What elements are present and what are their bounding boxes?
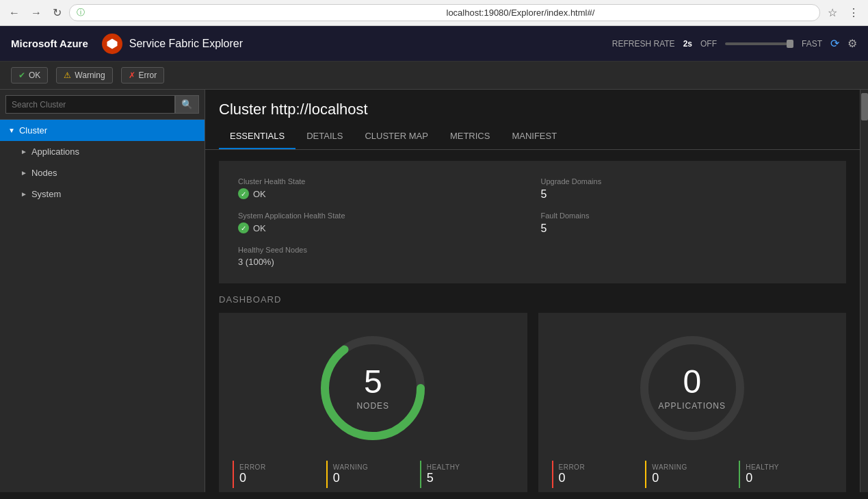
sidebar-item-cluster[interactable]: ▼ Cluster (0, 120, 205, 141)
error-icon: ✗ (129, 71, 135, 80)
app-logo (102, 34, 122, 54)
menu-button[interactable]: ⋮ (845, 5, 863, 21)
sidebar-item-applications[interactable]: ► Applications (0, 141, 205, 162)
warning-filter-button[interactable]: ⚠ Warning (56, 67, 112, 84)
refresh-icon[interactable]: ⟳ (830, 37, 839, 50)
ok-circle-icon-2: ✓ (238, 222, 249, 233)
nodes-card: 5 NODES ERROR 0 WARNING 0 (219, 313, 527, 492)
nodes-warning-stat: WARNING 0 (326, 461, 420, 488)
filter-bar: ✔ OK ⚠ Warning ✗ Error (0, 62, 868, 90)
cluster-url: http://localhost (271, 101, 368, 118)
healthy-seed-value: 3 (100%) (238, 257, 525, 267)
applications-label: Applications (31, 146, 79, 157)
ok-circle-icon: ✓ (238, 188, 249, 199)
top-nav: Microsoft Azure Service Fabric Explorer … (0, 26, 868, 62)
apps-warning-label: WARNING (652, 463, 733, 471)
chevron-right-icon: ► (21, 169, 27, 177)
forward-button[interactable]: → (27, 5, 45, 21)
warning-icon: ⚠ (64, 71, 71, 80)
off-label: OFF (700, 39, 717, 49)
search-box: 🔍 (0, 90, 205, 120)
cluster-header: Cluster http://localhost (205, 90, 860, 118)
ok-filter-button[interactable]: ✔ OK (11, 67, 48, 84)
system-health-value: ✓ OK (238, 222, 525, 233)
apps-healthy-label: HEALTHY (746, 463, 827, 471)
chevron-right-icon: ► (21, 148, 27, 155)
apps-warning-value: 0 (652, 471, 733, 485)
system-label: System (31, 189, 61, 199)
nodes-gauge: 5 NODES (311, 327, 434, 450)
nodes-label: NODES (356, 401, 389, 411)
refresh-rate-value: 2s (683, 39, 692, 49)
ok-check-icon: ✔ (18, 71, 25, 80)
fault-domains-value: 5 (541, 222, 828, 235)
upgrade-domains-label: Upgrade Domains (541, 177, 828, 185)
nodes-warning-label: WARNING (333, 463, 415, 471)
tab-essentials[interactable]: ESSENTIALS (219, 124, 295, 149)
nodes-healthy-label: HEALTHY (427, 463, 508, 471)
apps-stats-row: ERROR 0 WARNING 0 HEALTHY 0 (552, 461, 833, 488)
sidebar-item-system[interactable]: ► System (0, 183, 205, 205)
system-health-item: System Application Health State ✓ OK (230, 206, 533, 240)
scrollbar-thumb[interactable] (861, 93, 868, 120)
speed-slider[interactable] (725, 42, 793, 45)
apps-error-value: 0 (559, 471, 640, 485)
chevron-right-icon: ► (21, 190, 27, 198)
error-label: Error (139, 71, 157, 80)
secure-icon: ⓘ (77, 7, 443, 18)
sidebar-item-nodes[interactable]: ► Nodes (0, 162, 205, 183)
vertical-scrollbar[interactable] (860, 90, 868, 492)
app-title: Service Fabric Explorer (129, 38, 243, 50)
tab-cluster-map[interactable]: CLUSTER MAP (354, 124, 438, 149)
app: Microsoft Azure Service Fabric Explorer … (0, 26, 868, 492)
fault-domains-label: Fault Domains (541, 212, 828, 220)
browser-chrome: ← → ↻ ⓘ localhost:19080/Explorer/index.h… (0, 0, 868, 26)
nodes-gauge-center: 5 NODES (356, 366, 389, 411)
healthy-seed-label: Healthy Seed Nodes (238, 246, 525, 254)
apps-healthy-value: 0 (746, 471, 827, 485)
chevron-down-icon: ▼ (8, 127, 15, 134)
essentials-grid: Cluster Health State ✓ OK Upgrade Domain… (219, 161, 846, 283)
sidebar: 🔍 ▼ Cluster ► Applications ► Nodes ► Sys… (0, 90, 205, 492)
tab-metrics[interactable]: METRICS (439, 124, 501, 149)
system-health-label: System Application Health State (238, 212, 525, 220)
cluster-health-item: Cluster Health State ✓ OK (230, 172, 533, 206)
cluster-health-label: Cluster Health State (238, 177, 525, 185)
fast-label: FAST (802, 39, 822, 49)
settings-icon[interactable]: ⚙ (847, 37, 857, 50)
app-title-area: Service Fabric Explorer (102, 34, 243, 54)
apps-number: 0 (659, 366, 726, 398)
nodes-error-label: ERROR (239, 463, 321, 471)
main-content: 🔍 ▼ Cluster ► Applications ► Nodes ► Sys… (0, 90, 868, 492)
nodes-stats-row: ERROR 0 WARNING 0 HEALTHY 5 (233, 461, 514, 488)
right-panel: Cluster http://localhost ESSENTIALS DETA… (205, 90, 860, 492)
address-bar[interactable]: ⓘ localhost:19080/Explorer/index.html#/ (69, 4, 820, 21)
cluster-health-value: ✓ OK (238, 188, 525, 199)
healthy-seed-item: Healthy Seed Nodes 3 (100%) (230, 240, 533, 272)
upgrade-domains-item: Upgrade Domains 5 (533, 172, 836, 206)
dashboard-cards: 5 NODES ERROR 0 WARNING 0 (219, 313, 846, 492)
warning-label: Warning (75, 71, 105, 80)
nodes-error-stat: ERROR 0 (233, 461, 326, 488)
applications-card: 0 APPLICATIONS ERROR 0 WARNING 0 (538, 313, 847, 492)
tab-manifest[interactable]: MANIFEST (501, 124, 568, 149)
tab-details[interactable]: DETAILS (295, 124, 354, 149)
back-button[interactable]: ← (5, 5, 23, 21)
upgrade-domains-value: 5 (541, 188, 828, 201)
search-input[interactable] (5, 95, 175, 114)
refresh-button[interactable]: ↻ (49, 5, 65, 21)
svg-marker-0 (107, 38, 117, 49)
azure-brand: Microsoft Azure (11, 38, 88, 49)
bookmark-button[interactable]: ☆ (824, 5, 841, 21)
apps-warning-stat: WARNING 0 (645, 461, 739, 488)
cluster-word: Cluster (219, 101, 267, 118)
dashboard-title: DASHBOARD (219, 294, 846, 305)
apps-healthy-stat: HEALTHY 0 (739, 461, 832, 488)
url-text: localhost:19080/Explorer/index.html#/ (447, 8, 813, 18)
search-button[interactable]: 🔍 (175, 95, 199, 114)
nodes-number: 5 (356, 366, 389, 398)
nodes-healthy-value: 5 (427, 471, 508, 485)
cluster-title: Cluster http://localhost (219, 101, 846, 118)
error-filter-button[interactable]: ✗ Error (121, 67, 165, 84)
nodes-warning-value: 0 (333, 471, 415, 485)
